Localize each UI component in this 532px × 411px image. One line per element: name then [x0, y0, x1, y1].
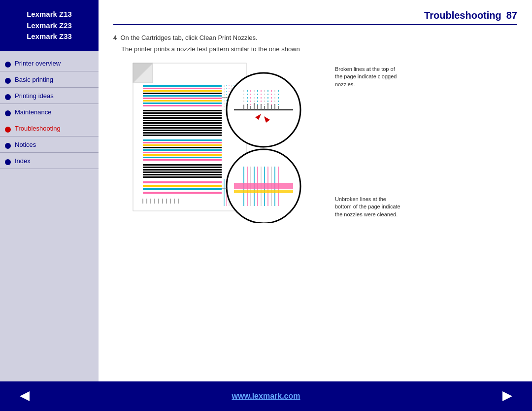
svg-rect-28: [143, 152, 222, 153]
sidebar-item-maintenance[interactable]: Maintenance: [0, 104, 99, 120]
nav-label: Notices: [15, 141, 36, 151]
svg-rect-38: [143, 181, 222, 183]
svg-rect-25: [143, 144, 222, 146]
nav-label: Maintenance: [15, 108, 51, 119]
svg-rect-37: [143, 176, 222, 178]
svg-rect-4: [143, 88, 222, 89]
content-area: Troubleshooting 87 4 On the Cartridges t…: [99, 0, 532, 381]
nav-bullet: [5, 94, 11, 100]
step-text: 4 On the Cartridges tab, click Clean Pri…: [113, 34, 517, 41]
svg-rect-20: [143, 130, 222, 131]
svg-rect-30: [143, 157, 222, 158]
svg-rect-31: [143, 159, 222, 161]
nav-bullet: [5, 78, 11, 84]
page-title: Troubleshooting: [424, 10, 501, 21]
svg-rect-34: [143, 169, 222, 171]
svg-rect-15: [143, 117, 222, 119]
svg-rect-19: [143, 127, 222, 129]
nav-bullet: [5, 159, 11, 165]
page-title-area: Troubleshooting 87: [424, 10, 517, 21]
sidebar-item-troubleshooting[interactable]: Troubleshooting: [0, 120, 99, 137]
svg-rect-3: [143, 85, 222, 87]
annotations: Broken lines at the top of the page indi…: [335, 61, 404, 218]
svg-rect-8: [143, 98, 222, 99]
page-header: Troubleshooting 87: [113, 10, 517, 25]
svg-rect-16: [143, 120, 222, 121]
svg-rect-26: [143, 147, 222, 148]
svg-rect-35: [143, 171, 222, 173]
svg-rect-13: [143, 112, 222, 114]
sidebar-item-basic-printing[interactable]: Basic printing: [0, 71, 99, 88]
page-number: 87: [506, 10, 517, 21]
sidebar-title-line1: Lexmark Z13: [8, 9, 91, 20]
svg-rect-40: [143, 188, 222, 190]
sidebar-title-line2: Lexmark Z23: [8, 20, 91, 32]
svg-marker-109: [502, 391, 512, 401]
svg-rect-21: [143, 132, 222, 134]
svg-rect-18: [143, 125, 222, 126]
step-number: 4: [113, 34, 117, 41]
svg-rect-29: [143, 154, 222, 156]
svg-rect-12: [143, 110, 222, 111]
svg-marker-108: [20, 391, 30, 401]
sidebar-header: Lexmark Z13 Lexmark Z23 Lexmark Z33: [0, 0, 99, 51]
svg-rect-36: [143, 174, 222, 175]
nav-bullet-active: [5, 127, 11, 133]
svg-rect-32: [143, 164, 222, 166]
sidebar-item-printing-ideas[interactable]: Printing ideas: [0, 88, 99, 104]
nav-bullet: [5, 62, 11, 68]
description-text: The printer prints a nozzle test pattern…: [121, 45, 517, 53]
svg-rect-9: [143, 100, 222, 102]
svg-rect-17: [143, 122, 222, 124]
svg-rect-14: [143, 115, 222, 116]
next-button[interactable]: [498, 387, 517, 405]
svg-rect-39: [143, 185, 222, 187]
bottom-bar: www.lexmark.com: [0, 381, 532, 411]
nav-bullet: [5, 110, 11, 116]
svg-rect-33: [143, 167, 222, 168]
prev-button[interactable]: [15, 387, 34, 405]
sidebar-title-line3: Lexmark Z33: [8, 31, 91, 42]
svg-rect-5: [143, 90, 222, 92]
svg-rect-6: [143, 93, 222, 94]
svg-rect-41: [143, 192, 222, 194]
nav-label: Printer overview: [15, 60, 61, 70]
svg-rect-24: [143, 142, 222, 143]
annotation-cleaned: Unbroken lines at the bottom of the page…: [335, 196, 404, 218]
sidebar-item-index[interactable]: Index: [0, 153, 99, 169]
diagram-container: Broken lines at the top of the page indi…: [118, 61, 517, 225]
sidebar-nav: Printer overview Basic printing Printing…: [0, 51, 99, 382]
sidebar: Lexmark Z13 Lexmark Z23 Lexmark Z33 Prin…: [0, 0, 99, 381]
nav-label: Index: [15, 157, 31, 168]
svg-rect-27: [143, 149, 222, 151]
website-link[interactable]: www.lexmark.com: [232, 392, 300, 401]
svg-rect-22: [143, 135, 222, 136]
sidebar-item-notices[interactable]: Notices: [0, 137, 99, 153]
svg-rect-95: [234, 183, 293, 189]
nav-label-active: Troubleshooting: [15, 125, 61, 135]
nav-label: Basic printing: [15, 76, 53, 86]
svg-rect-10: [143, 103, 222, 104]
svg-rect-96: [234, 190, 293, 193]
svg-rect-11: [143, 105, 222, 106]
diagram-image: [118, 61, 330, 225]
nav-bullet: [5, 143, 11, 149]
annotation-clogged: Broken lines at the top of the page indi…: [335, 66, 404, 88]
nav-label: Printing ideas: [15, 92, 54, 103]
step-instruction: On the Cartridges tab, click Clean Print…: [120, 34, 257, 41]
main-layout: Lexmark Z13 Lexmark Z23 Lexmark Z33 Prin…: [0, 0, 532, 381]
sidebar-item-printer-overview[interactable]: Printer overview: [0, 55, 99, 71]
svg-rect-7: [143, 95, 222, 97]
svg-rect-23: [143, 139, 222, 141]
